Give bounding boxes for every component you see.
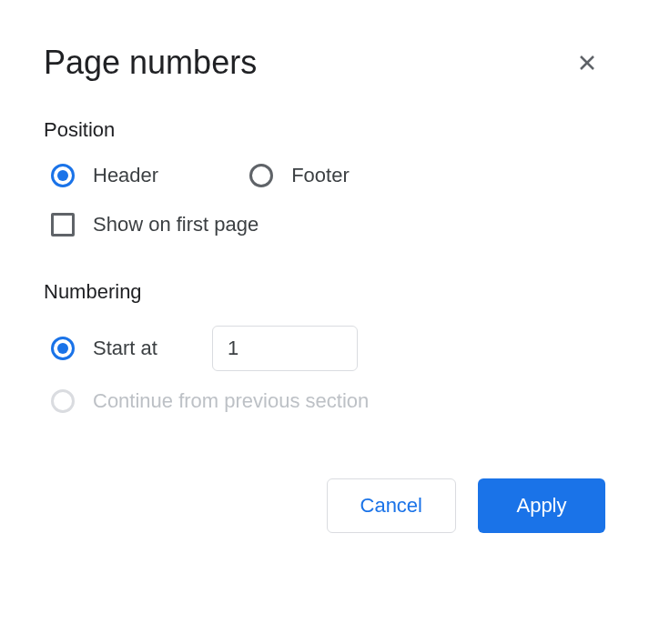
position-radio-group: Header Footer — [44, 164, 605, 187]
close-button[interactable] — [569, 45, 605, 81]
dialog-button-row: Cancel Apply — [44, 478, 605, 533]
radio-option-continue: Continue from previous section — [51, 389, 369, 413]
radio-option-footer[interactable]: Footer — [249, 164, 350, 187]
dialog-header: Page numbers — [44, 44, 605, 82]
show-first-page-checkbox[interactable]: Show on first page — [44, 213, 605, 236]
continue-row: Continue from previous section — [44, 389, 605, 413]
close-icon — [576, 52, 598, 74]
radio-option-start-at[interactable]: Start at — [51, 337, 157, 360]
start-at-row: Start at — [44, 326, 605, 371]
page-numbers-dialog: Page numbers Position Header Footer — [0, 0, 649, 577]
cancel-button[interactable]: Cancel — [327, 478, 456, 533]
radio-footer-label: Footer — [291, 164, 350, 187]
radio-continue-indicator — [51, 389, 75, 413]
radio-start-at-indicator — [51, 337, 75, 360]
show-first-page-label: Show on first page — [93, 213, 259, 236]
radio-header-label: Header — [93, 164, 158, 187]
numbering-section-label: Numbering — [44, 280, 605, 304]
position-section: Position Header Footer Show on first pag… — [44, 118, 605, 236]
checkbox-indicator — [51, 213, 75, 236]
position-section-label: Position — [44, 118, 605, 142]
numbering-section: Numbering Start at Continue from previou… — [44, 280, 605, 413]
radio-continue-label: Continue from previous section — [93, 389, 369, 413]
radio-header-indicator — [51, 164, 75, 187]
radio-footer-indicator — [249, 164, 273, 187]
radio-option-header[interactable]: Header — [51, 164, 158, 187]
apply-button[interactable]: Apply — [478, 478, 605, 533]
radio-start-at-label: Start at — [93, 337, 157, 360]
dialog-title: Page numbers — [44, 44, 257, 82]
start-at-input[interactable] — [212, 326, 358, 371]
